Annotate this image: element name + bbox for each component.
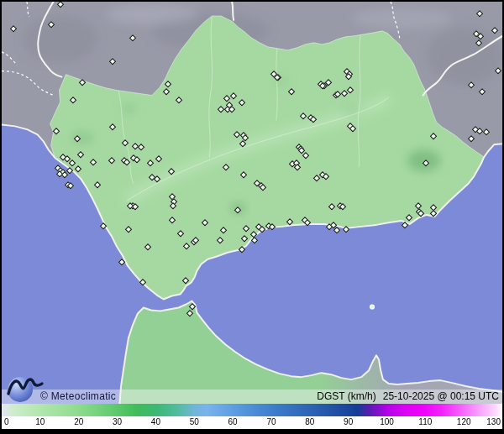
legend-tick-label: 50	[190, 417, 199, 426]
geography-layer	[2, 2, 502, 404]
legend-tick-label: 70	[266, 417, 276, 426]
legend-tick-label: 90	[344, 417, 353, 426]
weather-map-window: © Meteoclimatic DGST (km/h)25-10-2025 @ …	[0, 0, 504, 434]
info-text: DGST (km/h)25-10-2025 @ 00:15 UTC	[317, 390, 499, 404]
footer-strip	[2, 429, 502, 434]
meteoclimatic-logo	[3, 371, 45, 404]
alboran-island	[370, 305, 375, 309]
legend-tick-label: 100	[380, 417, 394, 426]
legend-tick-label: 0	[4, 417, 9, 426]
map-canvas: © Meteoclimatic DGST (km/h)25-10-2025 @ …	[2, 2, 502, 404]
datetime-label: 25-10-2025 @ 00:15 UTC	[383, 390, 499, 402]
legend-tick-labels: 0102030405060708090100110120130	[2, 416, 502, 429]
legend-tick-label: 130	[486, 417, 501, 426]
variable-label: DGST (km/h)	[317, 390, 375, 402]
legend-tick-label: 30	[113, 417, 122, 426]
legend-tick-label: 10	[35, 417, 45, 426]
legend-tick-label: 120	[457, 417, 471, 426]
info-strip: © Meteoclimatic DGST (km/h)25-10-2025 @ …	[2, 390, 502, 404]
legend-tick-label: 20	[74, 417, 83, 426]
legend-tick-label: 110	[418, 417, 432, 426]
attribution: © Meteoclimatic	[40, 390, 116, 404]
legend-gradient-bar	[2, 404, 502, 416]
legend-tick-label: 40	[151, 417, 160, 426]
legend-tick-label: 60	[228, 417, 238, 426]
legend-tick-label: 80	[305, 417, 314, 426]
